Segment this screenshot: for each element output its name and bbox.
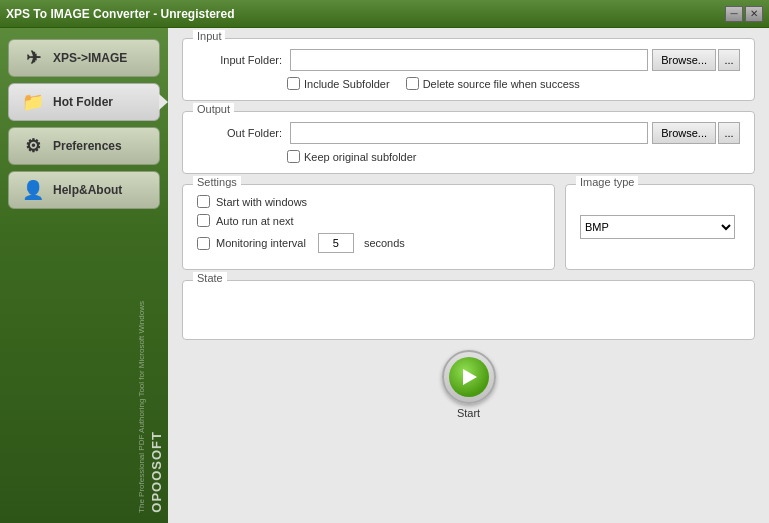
sidebar-item-preferences[interactable]: ⚙ Preferences — [8, 127, 160, 165]
out-folder-field[interactable] — [290, 122, 648, 144]
include-subfolder-label: Include Subfolder — [304, 78, 390, 90]
image-type-label: Image type — [576, 176, 638, 188]
sidebar-item-xps-image[interactable]: ✈ XPS->IMAGE — [8, 39, 160, 77]
sidebar-watermark: The Professional PDF Authoring Tool for … — [0, 301, 168, 513]
start-label: Start — [457, 407, 480, 419]
input-section: Input Input Folder: Browse... ... Includ… — [182, 38, 755, 101]
include-subfolder-checkbox[interactable]: Include Subfolder — [287, 77, 390, 90]
sidebar-item-help-about[interactable]: 👤 Help&About — [8, 171, 160, 209]
close-button[interactable]: ✕ — [745, 6, 763, 22]
image-type-panel: Image type BMP JPEG PNG TIFF GIF — [565, 184, 755, 270]
delete-source-input[interactable] — [406, 77, 419, 90]
play-icon — [463, 369, 477, 385]
monitoring-checkbox[interactable] — [197, 237, 210, 250]
input-checkboxes: Include Subfolder Delete source file whe… — [287, 77, 740, 90]
input-folder-label: Input Folder: — [197, 54, 282, 66]
state-panel: State — [182, 280, 755, 340]
titlebar: XPS To IMAGE Converter - Unregistered ─ … — [0, 0, 769, 28]
monitoring-label: Monitoring interval — [216, 237, 306, 249]
state-label: State — [193, 272, 227, 284]
auto-run-checkbox[interactable] — [197, 214, 210, 227]
start-with-windows-label: Start with windows — [216, 196, 307, 208]
input-dots-button[interactable]: ... — [718, 49, 740, 71]
keep-subfolder-checkbox[interactable]: Keep original subfolder — [287, 150, 417, 163]
input-section-label: Input — [193, 30, 225, 42]
watermark-text: The Professional PDF Authoring Tool for … — [137, 301, 147, 513]
hot-folder-icon: 📁 — [19, 90, 47, 114]
input-folder-row: Input Folder: Browse... ... — [197, 49, 740, 71]
delete-source-label: Delete source file when success — [423, 78, 580, 90]
keep-subfolder-input[interactable] — [287, 150, 300, 163]
sidebar-item-hot-folder[interactable]: 📁 Hot Folder — [8, 83, 160, 121]
help-icon: 👤 — [19, 178, 47, 202]
start-with-windows-row: Start with windows — [197, 195, 540, 208]
minimize-button[interactable]: ─ — [725, 6, 743, 22]
input-browse-button[interactable]: Browse... — [652, 49, 716, 71]
content-area: Input Input Folder: Browse... ... Includ… — [168, 28, 769, 523]
include-subfolder-input[interactable] — [287, 77, 300, 90]
main-layout: ✈ XPS->IMAGE 📁 Hot Folder ⚙ Preferences … — [0, 28, 769, 523]
start-with-windows-checkbox[interactable] — [197, 195, 210, 208]
seconds-label: seconds — [364, 237, 405, 249]
start-button-circle — [442, 350, 496, 404]
auto-run-label: Auto run at next — [216, 215, 294, 227]
brand-name: OPOOSOFT — [149, 431, 164, 513]
settings-label: Settings — [193, 176, 241, 188]
start-button-inner — [449, 357, 489, 397]
sidebar-item-label-hot: Hot Folder — [53, 95, 113, 109]
window-title: XPS To IMAGE Converter - Unregistered — [6, 7, 235, 21]
start-button[interactable]: Start — [442, 350, 496, 419]
xps-image-icon: ✈ — [19, 46, 47, 70]
auto-run-row: Auto run at next — [197, 214, 540, 227]
monitoring-interval-row: Monitoring interval 5 seconds — [197, 233, 540, 253]
output-dots-button[interactable]: ... — [718, 122, 740, 144]
keep-subfolder-label: Keep original subfolder — [304, 151, 417, 163]
output-section-label: Output — [193, 103, 234, 115]
output-checkboxes: Keep original subfolder — [287, 150, 740, 163]
image-type-select[interactable]: BMP JPEG PNG TIFF GIF — [580, 215, 735, 239]
sidebar-item-label-pref: Preferences — [53, 139, 122, 153]
settings-panel: Settings Start with windows Auto run at … — [182, 184, 555, 270]
output-section: Output Out Folder: Browse... ... Keep or… — [182, 111, 755, 174]
active-arrow — [159, 94, 168, 110]
sidebar-item-label-xps: XPS->IMAGE — [53, 51, 127, 65]
interval-input[interactable]: 5 — [318, 233, 354, 253]
output-browse-button[interactable]: Browse... — [652, 122, 716, 144]
sidebar-item-label-help: Help&About — [53, 183, 122, 197]
input-folder-field[interactable] — [290, 49, 648, 71]
bottom-panels: Settings Start with windows Auto run at … — [182, 184, 755, 270]
sidebar: ✈ XPS->IMAGE 📁 Hot Folder ⚙ Preferences … — [0, 28, 168, 523]
window-controls: ─ ✕ — [725, 6, 763, 22]
delete-source-checkbox[interactable]: Delete source file when success — [406, 77, 580, 90]
out-folder-row: Out Folder: Browse... ... — [197, 122, 740, 144]
start-section: Start — [182, 350, 755, 419]
out-folder-label: Out Folder: — [197, 127, 282, 139]
preferences-icon: ⚙ — [19, 134, 47, 158]
